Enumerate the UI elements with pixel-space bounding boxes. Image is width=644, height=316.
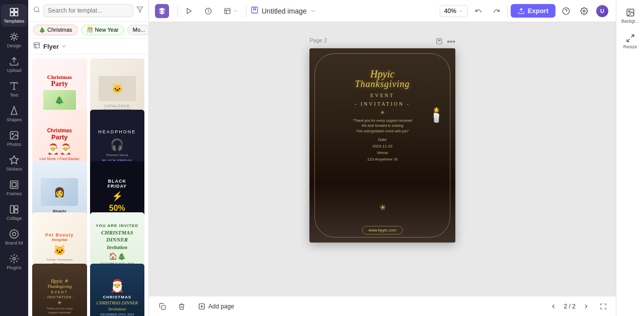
design-bottom-star: ✳ (379, 203, 386, 212)
chevron-down-icon (233, 9, 238, 14)
sidebar-item-design[interactable]: Design (1, 29, 27, 51)
template-card-9[interactable]: Hpyic ✳ Thanksgiving EVENT - INVITATION … (32, 264, 87, 316)
bottom-toolbar: Add page 2 / 2 (149, 296, 616, 316)
toolbar-separator-1 (177, 5, 178, 17)
sidebar-item-photos[interactable]: Photos (1, 127, 27, 150)
sidebar-item-shapes[interactable]: Shapes (1, 103, 27, 125)
svg-line-20 (38, 11, 40, 13)
design-event-label: EVENT (370, 93, 394, 98)
panel-title[interactable]: Flyer (43, 43, 67, 50)
design-main-content: Hpyic Thanksgiving EVENT - INVITATION - … (317, 58, 447, 163)
svg-rect-30 (252, 7, 258, 13)
copy-icon (159, 303, 166, 310)
resize-button[interactable]: Resize (618, 30, 643, 53)
filter-icon[interactable] (136, 6, 143, 15)
template-card-10[interactable]: 🎅 Christmas CHRISTMAS DINNER Invitation … (90, 264, 145, 316)
prev-page-icon (550, 303, 557, 310)
page-more-icon[interactable]: ••• (447, 37, 455, 46)
svg-marker-10 (10, 156, 19, 164)
canvas-scroll[interactable]: Page 2 ••• (149, 22, 616, 296)
title-dropdown-icon[interactable] (310, 8, 316, 14)
background-button[interactable]: Backgr... (618, 4, 643, 28)
design-main-title: Hpyic Thanksgiving (355, 68, 410, 90)
undo-button[interactable] (471, 5, 486, 17)
flyer-icon (33, 42, 40, 51)
svg-line-41 (631, 35, 633, 37)
sidebar-item-templates[interactable]: Templates (1, 4, 27, 27)
layout-button[interactable] (220, 5, 242, 17)
svg-point-19 (34, 7, 39, 12)
page-settings-icon[interactable] (436, 38, 443, 46)
canvas-design: Hpyic Thanksgiving EVENT - INVITATION - … (309, 48, 455, 243)
fullscreen-button[interactable] (597, 300, 610, 313)
search-input[interactable] (43, 4, 133, 17)
zoom-value: 40% (444, 8, 456, 15)
timer-button[interactable] (201, 5, 216, 17)
design-bottom: www.hpyic.com (362, 224, 403, 234)
design-invitation-label: - INVITATION - (355, 101, 410, 107)
document-icon (251, 6, 259, 16)
sidebar-item-plugins[interactable]: Plugins (1, 251, 27, 273)
document-title: Untitled image (262, 7, 307, 15)
next-page-icon (583, 303, 590, 310)
sidebar-item-stickers[interactable]: Stickers (1, 152, 27, 175)
right-panel: Backgr... Resize (616, 0, 644, 316)
zoom-control[interactable]: 40% (440, 5, 468, 17)
copy-page-button[interactable] (155, 301, 170, 312)
canvas-label-row: Page 2 ••• (309, 37, 455, 46)
sidebar-item-collage[interactable]: Collage (1, 201, 27, 224)
redo-icon (493, 8, 500, 15)
title-area: Untitled image (251, 6, 436, 16)
tag-christmas[interactable]: 🎄 Christmas (33, 25, 78, 35)
sidebar-design-label: Design (7, 43, 21, 48)
sidebar-item-upload[interactable]: Upload (1, 53, 27, 76)
play-icon (186, 8, 193, 15)
svg-rect-22 (34, 43, 40, 48)
svg-line-42 (627, 39, 629, 42)
settings-icon (580, 7, 588, 15)
play-button[interactable] (182, 5, 197, 17)
sidebar-stickers-label: Stickers (6, 167, 22, 172)
page-counter: 2 / 2 (564, 303, 576, 310)
sidebar-item-frames[interactable]: Frames (1, 177, 27, 199)
canvas-wrapper: Page 2 ••• (309, 37, 455, 243)
next-page-button[interactable] (580, 300, 593, 313)
canvas-page[interactable]: Hpyic Thanksgiving EVENT - INVITATION - … (309, 48, 455, 243)
design-star: ✳ (380, 110, 384, 115)
prev-page-button[interactable] (547, 300, 560, 313)
help-button[interactable] (558, 4, 574, 19)
main-area: Untitled image 40% Export (149, 0, 616, 316)
add-page-icon (198, 303, 205, 310)
tag-list: 🎄 Christmas 🎊 New Year Mo... (28, 22, 148, 39)
profile-button[interactable]: U (595, 4, 610, 19)
brand-logo-area (155, 4, 169, 18)
svg-marker-21 (137, 7, 143, 13)
tag-new-year[interactable]: 🎊 New Year (81, 25, 124, 35)
design-title-line1: Hpyic (355, 68, 410, 80)
redo-button[interactable] (489, 5, 504, 17)
sidebar-item-text[interactable]: Text (1, 78, 27, 101)
canvas-area: Page 2 ••• (149, 22, 616, 316)
help-icon (562, 7, 570, 15)
resize-icon (626, 34, 635, 43)
sidebar-templates-label: Templates (4, 19, 24, 24)
svg-rect-11 (11, 181, 18, 189)
svg-marker-25 (187, 8, 191, 14)
svg-point-9 (12, 133, 13, 135)
sidebar-photos-label: Photos (7, 142, 21, 147)
add-page-button[interactable]: Add page (193, 301, 239, 312)
templates-panel: 🎄 Christmas 🎊 New Year Mo... Flyer Chris… (28, 0, 149, 316)
settings-button[interactable] (577, 4, 592, 19)
export-button[interactable]: Export (511, 4, 555, 18)
delete-page-button[interactable] (174, 301, 189, 312)
svg-point-17 (13, 232, 16, 236)
svg-rect-13 (11, 206, 14, 213)
brand-logo (155, 4, 169, 18)
sidebar-item-brand[interactable]: Brand kit (1, 226, 27, 249)
page-number-label: Page 2 (309, 37, 327, 43)
svg-point-40 (628, 11, 630, 12)
toolbar-actions: 40% Export U (440, 4, 610, 19)
svg-rect-15 (15, 210, 18, 213)
svg-rect-35 (162, 305, 166, 309)
tag-more[interactable]: Mo... (127, 25, 148, 35)
